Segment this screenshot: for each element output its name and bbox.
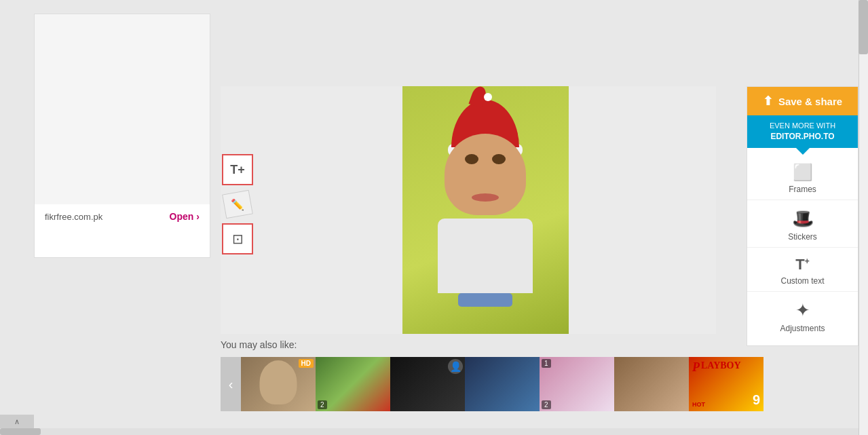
custom-text-tool[interactable]: T+ Custom text: [747, 248, 858, 292]
thumb-4-image: [465, 357, 540, 411]
adjustments-icon: ✦: [795, 300, 810, 321]
promo-line1: EVEN MORE WITH: [751, 121, 854, 131]
thumbnail-2[interactable]: 2: [316, 357, 390, 411]
you-may-like-label: You may also like:: [221, 339, 858, 350]
adjustments-label: Adjustments: [780, 324, 825, 333]
stickers-icon: 🎩: [792, 208, 814, 229]
thumb-2-num: 2: [318, 400, 327, 409]
thumbnail-3[interactable]: 👤: [390, 357, 465, 411]
thumb-1-badge: HD: [299, 359, 314, 368]
bottom-scrollbar[interactable]: [0, 428, 858, 435]
thumb-6-image: [614, 357, 689, 411]
left-panel-image: [35, 14, 210, 204]
eraser-tool-button[interactable]: ✏️: [222, 190, 253, 219]
thumbnail-1[interactable]: HD: [241, 357, 316, 411]
thumb-5-num: 2: [542, 400, 551, 409]
frames-icon: ⬜: [793, 163, 813, 182]
thumbnails-row: ‹ HD 2 👤 1 2 P: [221, 357, 858, 411]
save-share-label: Save & share: [778, 96, 842, 107]
promo-line2: EDITOR.PHO.TO: [751, 131, 854, 143]
adjustments-tool[interactable]: ✦ Adjustments: [747, 292, 858, 339]
left-panel-footer: fikrfree.com.pk Open ›: [35, 204, 210, 229]
canvas-left-tools: T+ ✏️ ⊡: [221, 86, 254, 334]
thumbnail-5[interactable]: 1 2: [540, 357, 614, 411]
expand-indicator[interactable]: ∧: [0, 415, 34, 428]
save-share-button[interactable]: ⬆ Save & share: [747, 87, 858, 115]
left-panel: fikrfree.com.pk Open ›: [34, 14, 210, 258]
custom-text-label: Custom text: [780, 276, 824, 286]
bottom-scroll-thumb[interactable]: [0, 428, 41, 435]
open-label: Open: [170, 211, 194, 222]
child-face: [445, 134, 526, 215]
frames-tool[interactable]: ⬜ Frames: [747, 155, 858, 200]
open-chevron: ›: [196, 211, 200, 222]
promo-arrow: [796, 148, 810, 155]
thumb-3-badge: 👤: [448, 359, 463, 374]
child-body: [424, 219, 546, 334]
thumbnail-6[interactable]: [614, 357, 689, 411]
right-sidebar: ⬆ Save & share EVEN MORE WITH EDITOR.PHO…: [747, 86, 858, 346]
site-url: fikrfree.com.pk: [45, 212, 170, 222]
thumb-prev-button[interactable]: ‹: [221, 357, 241, 411]
text-tool-icon: T+: [230, 163, 245, 177]
stickers-tool[interactable]: 🎩 Stickers: [747, 200, 858, 248]
frames-label: Frames: [789, 185, 816, 194]
stickers-label: Stickers: [788, 232, 817, 242]
crop-tool-button[interactable]: ⊡: [222, 223, 253, 254]
thumb-prev-icon: ‹: [229, 377, 233, 392]
crop-tool-icon: ⊡: [232, 231, 244, 247]
photo-canvas: [402, 86, 569, 334]
open-link[interactable]: Open ›: [170, 211, 200, 222]
eraser-icon: ✏️: [231, 198, 244, 211]
canvas-area: T+ ✏️ ⊡: [221, 86, 716, 334]
scrollbar-thumb[interactable]: [858, 0, 868, 54]
thumbnail-7[interactable]: P LAYBOY HOT 9: [689, 357, 763, 411]
custom-text-icon: T+: [795, 256, 809, 273]
text-tool-button[interactable]: T+: [222, 154, 253, 185]
bottom-section: You may also like: ‹ HD 2 👤 1 2: [221, 339, 858, 411]
editor-promo-banner[interactable]: EVEN MORE WITH EDITOR.PHO.TO: [747, 115, 858, 148]
scrollbar-right[interactable]: [858, 0, 868, 435]
expand-icon: ∧: [14, 417, 20, 426]
thumb-7-image: P LAYBOY HOT 9: [689, 357, 763, 411]
thumbnail-4[interactable]: [465, 357, 540, 411]
canvas-image-container: [254, 86, 716, 334]
share-icon: ⬆: [763, 94, 773, 109]
